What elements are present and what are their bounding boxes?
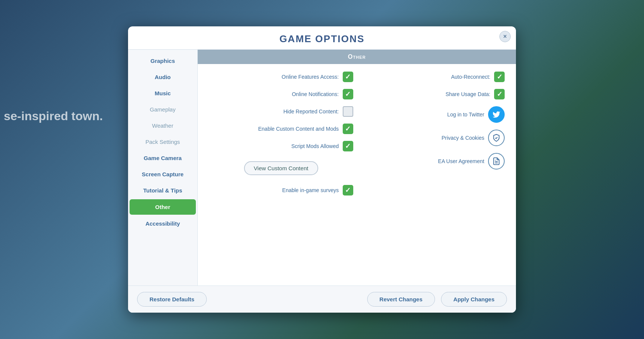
privacy-cookies-button[interactable] xyxy=(488,130,505,146)
online-notifications-label: Online Notifications: xyxy=(292,91,339,97)
sidebar-item-pack-settings[interactable]: Pack Settings xyxy=(130,134,196,150)
modal-title: Game Options xyxy=(279,33,365,44)
game-options-modal: Game Options × Graphics Audio Music Game… xyxy=(128,26,516,313)
sidebar-item-gameplay[interactable]: Gameplay xyxy=(130,102,196,117)
modal-body: Graphics Audio Music Gameplay Weather Pa… xyxy=(128,49,516,286)
content-header: Other xyxy=(198,50,516,64)
option-row-log-twitter: Log in to Twitter xyxy=(361,106,505,123)
online-features-label: Online Features Access: xyxy=(282,74,339,80)
auto-reconnect-checkbox[interactable] xyxy=(494,72,505,82)
auto-reconnect-label: Auto-Reconnect: xyxy=(451,74,490,80)
enable-surveys-label: Enable in-game surveys xyxy=(282,187,339,193)
option-row-auto-reconnect: Auto-Reconnect: xyxy=(361,72,505,82)
content-body: Online Features Access: Online Notificat… xyxy=(198,64,516,286)
footer-right-buttons: Revert Changes Apply Changes xyxy=(367,292,507,307)
share-usage-checkbox[interactable] xyxy=(494,89,505,99)
sidebar-item-tutorial-tips[interactable]: Tutorial & Tips xyxy=(130,183,196,198)
option-row-privacy-cookies: Privacy & Cookies xyxy=(361,130,505,146)
option-row-online-notifications: Online Notifications: xyxy=(209,89,353,99)
shield-icon xyxy=(492,134,501,142)
twitter-button[interactable] xyxy=(488,106,505,123)
sidebar-item-music[interactable]: Music xyxy=(130,86,196,101)
view-custom-content-button[interactable]: View Custom Content xyxy=(244,161,318,175)
content-panel: Other Online Features Access: Online Not… xyxy=(198,50,516,286)
modal-overlay: Game Options × Graphics Audio Music Game… xyxy=(0,0,644,339)
view-cc-wrapper: View Custom Content xyxy=(209,160,353,177)
enable-custom-mods-checkbox[interactable] xyxy=(343,124,353,134)
enable-custom-mods-label: Enable Custom Content and Mods xyxy=(258,126,339,132)
hide-reported-label: Hide Reported Content: xyxy=(283,108,339,115)
ea-agreement-label: EA User Agreement xyxy=(438,158,484,164)
left-column: Online Features Access: Online Notificat… xyxy=(209,72,353,278)
hide-reported-checkbox[interactable] xyxy=(343,106,353,117)
log-twitter-label: Log in to Twitter xyxy=(447,111,484,118)
right-column: Auto-Reconnect: Share Usage Data: Log in… xyxy=(361,72,505,278)
option-row-online-features: Online Features Access: xyxy=(209,72,353,82)
sidebar-item-audio[interactable]: Audio xyxy=(130,69,196,85)
sidebar-item-other[interactable]: Other xyxy=(130,199,196,215)
sidebar: Graphics Audio Music Gameplay Weather Pa… xyxy=(128,50,198,286)
sidebar-item-weather[interactable]: Weather xyxy=(130,118,196,133)
enable-surveys-checkbox[interactable] xyxy=(343,185,353,195)
revert-changes-button[interactable]: Revert Changes xyxy=(367,292,435,307)
option-row-hide-reported: Hide Reported Content: xyxy=(209,106,353,117)
script-mods-label: Script Mods Allowed xyxy=(291,143,339,149)
share-usage-label: Share Usage Data: xyxy=(446,91,490,97)
twitter-icon xyxy=(492,110,501,119)
document-icon xyxy=(492,157,501,165)
option-row-enable-custom-mods: Enable Custom Content and Mods xyxy=(209,124,353,134)
restore-defaults-button[interactable]: Restore Defaults xyxy=(137,292,207,307)
option-row-script-mods: Script Mods Allowed xyxy=(209,141,353,151)
online-features-checkbox[interactable] xyxy=(343,72,353,82)
online-notifications-checkbox[interactable] xyxy=(343,89,353,99)
apply-changes-button[interactable]: Apply Changes xyxy=(441,292,507,307)
sidebar-item-graphics[interactable]: Graphics xyxy=(130,53,196,69)
modal-title-bar: Game Options × xyxy=(128,26,516,49)
option-row-share-usage: Share Usage Data: xyxy=(361,89,505,99)
sidebar-item-screen-capture[interactable]: Screen Capture xyxy=(130,166,196,182)
sidebar-item-game-camera[interactable]: Game Camera xyxy=(130,150,196,166)
script-mods-checkbox[interactable] xyxy=(343,141,353,151)
sidebar-item-accessibility[interactable]: Accessibility xyxy=(130,216,196,231)
option-row-ea-agreement: EA User Agreement xyxy=(361,153,505,170)
option-row-enable-surveys: Enable in-game surveys xyxy=(209,185,353,195)
modal-footer: Restore Defaults Revert Changes Apply Ch… xyxy=(128,286,516,313)
ea-agreement-button[interactable] xyxy=(488,153,505,170)
close-button[interactable]: × xyxy=(499,31,511,42)
privacy-cookies-label: Privacy & Cookies xyxy=(441,135,484,141)
